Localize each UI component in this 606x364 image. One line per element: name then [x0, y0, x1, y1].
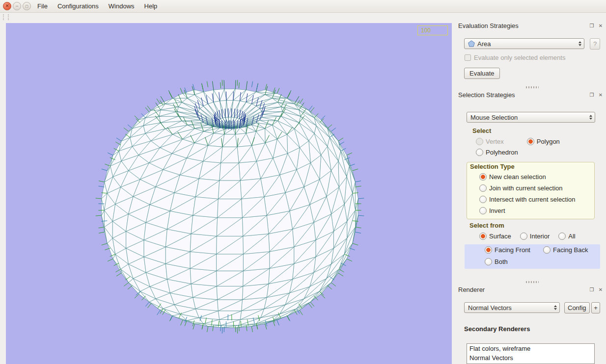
radio-option-facing-front[interactable]: Facing Front	[485, 246, 530, 254]
radio-label: All	[568, 233, 575, 240]
radio-label: Both	[495, 258, 508, 265]
select-group-label: Select	[472, 127, 491, 134]
radio-icon[interactable]	[479, 233, 487, 240]
evaluate-button[interactable]: Evaluate	[464, 68, 500, 79]
radio-icon[interactable]	[558, 233, 566, 240]
menu-configurations[interactable]: Configurations	[53, 1, 104, 11]
radio-icon[interactable]	[527, 138, 534, 145]
menu-windows[interactable]: Windows	[104, 1, 139, 11]
dropdown-spinner-icon	[578, 39, 581, 49]
application-window: { "menubar": { "window_controls": ["clos…	[0, 0, 606, 364]
radio-label: Interior	[530, 233, 550, 240]
panel-title: Evaluation Strategies	[458, 22, 586, 29]
radio-option-polygon[interactable]: Polygon	[527, 138, 560, 145]
viewport-3d[interactable]: 100	[6, 23, 452, 364]
radio-label: New clean selection	[489, 173, 546, 181]
counter-badge: 100	[417, 26, 448, 35]
radio-label: Facing Back	[553, 246, 588, 254]
dropdown-spinner-icon	[589, 112, 592, 122]
radio-label: Vertex	[486, 138, 504, 145]
radio-icon[interactable]	[520, 233, 527, 240]
secondary-renderers-list[interactable]: Flat colors, wireframe Normal Vectors	[467, 343, 595, 364]
panel-title: Renderer	[458, 286, 586, 293]
radio-label: Join with current selection	[489, 184, 563, 192]
menu-file[interactable]: File	[32, 1, 53, 11]
radio-label: Polygon	[537, 138, 560, 145]
radio-label: Surface	[489, 233, 511, 240]
renderer-header[interactable]: Renderer	[458, 286, 604, 294]
sidebar: Evaluation Strategies Area ? Evaluate on…	[458, 0, 606, 364]
radio-option-join-selection[interactable]: Join with current selection	[479, 184, 563, 192]
float-panel-icon[interactable]	[588, 23, 595, 29]
radio-label: Polyhedron	[486, 149, 518, 156]
radio-option-intersect-selection[interactable]: Intersect with current selection	[479, 196, 576, 203]
radio-option-polyhedron[interactable]: Polyhedron	[476, 149, 518, 156]
radio-option-surface[interactable]: Surface	[479, 233, 511, 240]
selection-strategies-header[interactable]: Selection Strategies	[458, 91, 604, 99]
radio-icon[interactable]	[485, 258, 492, 265]
window-close-button[interactable]	[3, 2, 11, 10]
radio-icon[interactable]	[476, 138, 483, 145]
close-panel-icon[interactable]	[597, 92, 604, 98]
evaluation-strategy-dropdown[interactable]: Area	[464, 38, 584, 49]
radio-icon[interactable]	[485, 246, 492, 254]
radio-icon[interactable]	[479, 196, 487, 203]
select-from-label: Select from	[469, 222, 504, 229]
radio-option-all[interactable]: All	[558, 233, 575, 240]
radio-option-facing-back[interactable]: Facing Back	[543, 246, 588, 254]
dock-separator-handle[interactable]	[526, 86, 539, 88]
dropdown-value: Mouse Selection	[470, 114, 518, 121]
radio-option-invert[interactable]: Invert	[479, 207, 505, 214]
list-item[interactable]: Normal Vectors	[467, 353, 594, 363]
dock-separator-handle[interactable]	[526, 281, 539, 283]
radio-icon[interactable]	[479, 173, 487, 181]
radio-option-vertex[interactable]: Vertex	[476, 138, 504, 145]
selection-type-label: Selection Type	[470, 163, 515, 170]
mesh-wireframe	[6, 23, 452, 364]
close-panel-icon[interactable]	[597, 286, 604, 293]
panel-title: Selection Strategies	[458, 91, 586, 99]
radio-option-both[interactable]: Both	[485, 258, 508, 265]
renderer-dropdown[interactable]: Normal Vectors	[464, 302, 560, 313]
radio-option-interior[interactable]: Interior	[520, 233, 550, 240]
checkbox-box[interactable]	[465, 54, 471, 61]
list-item[interactable]: Flat colors, wireframe	[467, 344, 594, 353]
radio-option-new-clean-selection[interactable]: New clean selection	[479, 173, 546, 181]
config-button[interactable]: Config	[564, 302, 590, 313]
secondary-renderers-label: Secondary Renderers	[464, 325, 530, 333]
window-minimize-button[interactable]	[13, 2, 21, 10]
toolbar-grip[interactable]	[3, 14, 9, 20]
help-button[interactable]: ?	[590, 38, 600, 50]
radio-icon[interactable]	[476, 149, 483, 156]
dropdown-spinner-icon	[554, 303, 557, 312]
menu-help[interactable]: Help	[139, 1, 163, 11]
close-panel-icon[interactable]	[597, 23, 604, 29]
dropdown-value: Normal Vectors	[468, 304, 512, 312]
radio-icon[interactable]	[543, 246, 551, 254]
add-renderer-button[interactable]: +	[591, 302, 600, 313]
selection-strategy-dropdown[interactable]: Mouse Selection	[467, 112, 595, 123]
evaluate-only-selected-checkbox[interactable]: Evaluate only selected elements	[465, 54, 565, 61]
float-panel-icon[interactable]	[588, 92, 595, 98]
radio-label: Invert	[489, 207, 505, 214]
radio-icon[interactable]	[479, 207, 487, 214]
dropdown-value: Area	[477, 40, 491, 48]
checkbox-label: Evaluate only selected elements	[474, 54, 565, 61]
pentagon-icon	[468, 40, 475, 47]
evaluation-strategies-header[interactable]: Evaluation Strategies	[458, 22, 604, 30]
float-panel-icon[interactable]	[588, 286, 595, 293]
radio-label: Facing Front	[495, 246, 530, 254]
radio-icon[interactable]	[479, 184, 487, 192]
window-maximize-button[interactable]	[23, 2, 31, 10]
radio-label: Intersect with current selection	[489, 196, 576, 203]
